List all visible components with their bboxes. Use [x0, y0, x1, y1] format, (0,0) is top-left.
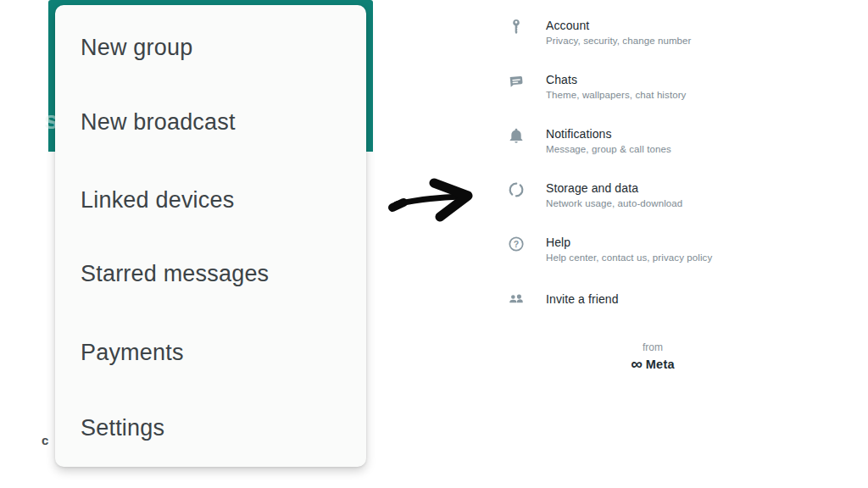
- settings-item-text: Account Privacy, security, change number: [546, 18, 692, 47]
- settings-list: Account Privacy, security, change number…: [0, 0, 868, 488]
- bell-icon: [507, 126, 527, 147]
- annotation-arrow-icon: [386, 169, 479, 229]
- meta-brand-name: Meta: [646, 358, 675, 371]
- invite-friend-icon: [507, 290, 527, 310]
- settings-item-title: Help: [546, 235, 712, 250]
- meta-infinity-icon: ∞: [631, 357, 643, 372]
- meta-footer: from ∞ Meta: [492, 341, 814, 373]
- key-icon: [507, 18, 527, 38]
- settings-item-text: Invite a friend: [546, 290, 619, 308]
- help-icon: ?: [507, 235, 527, 255]
- settings-item-text: Chats Theme, wallpapers, chat history: [546, 72, 686, 102]
- settings-item-title: Invite a friend: [546, 290, 619, 308]
- settings-item-text: Help Help center, contact us, privacy po…: [546, 235, 712, 264]
- from-label: from: [492, 341, 814, 353]
- svg-text:?: ?: [514, 239, 519, 249]
- data-usage-icon: [507, 180, 527, 201]
- settings-item-subtitle: Help center, contact us, privacy policy: [546, 252, 712, 264]
- settings-item-notifications[interactable]: Notifications Message, group & call tone…: [507, 126, 829, 156]
- meta-brand: ∞ Meta: [631, 357, 674, 372]
- settings-item-text: Storage and data Network usage, auto-dow…: [546, 180, 682, 210]
- settings-item-title: Notifications: [546, 126, 671, 141]
- settings-item-help[interactable]: ? Help Help center, contact us, privacy …: [507, 235, 829, 264]
- settings-item-storage-and-data[interactable]: Storage and data Network usage, auto-dow…: [507, 180, 829, 210]
- settings-item-chats[interactable]: Chats Theme, wallpapers, chat history: [507, 72, 829, 102]
- chat-bubble-icon: [507, 72, 527, 92]
- settings-item-subtitle: Privacy, security, change number: [546, 35, 692, 47]
- settings-item-text: Notifications Message, group & call tone…: [546, 126, 671, 156]
- settings-item-title: Storage and data: [546, 180, 682, 196]
- settings-item-subtitle: Message, group & call tones: [546, 143, 671, 156]
- settings-item-invite-a-friend[interactable]: Invite a friend: [507, 290, 829, 310]
- screenshot-root: s c New group New broadcast Linked devic…: [0, 0, 868, 488]
- settings-item-title: Account: [546, 18, 692, 33]
- settings-item-subtitle: Theme, wallpapers, chat history: [546, 89, 686, 102]
- settings-item-title: Chats: [546, 72, 686, 87]
- settings-item-subtitle: Network usage, auto-download: [546, 197, 682, 210]
- settings-item-account[interactable]: Account Privacy, security, change number: [507, 18, 829, 47]
